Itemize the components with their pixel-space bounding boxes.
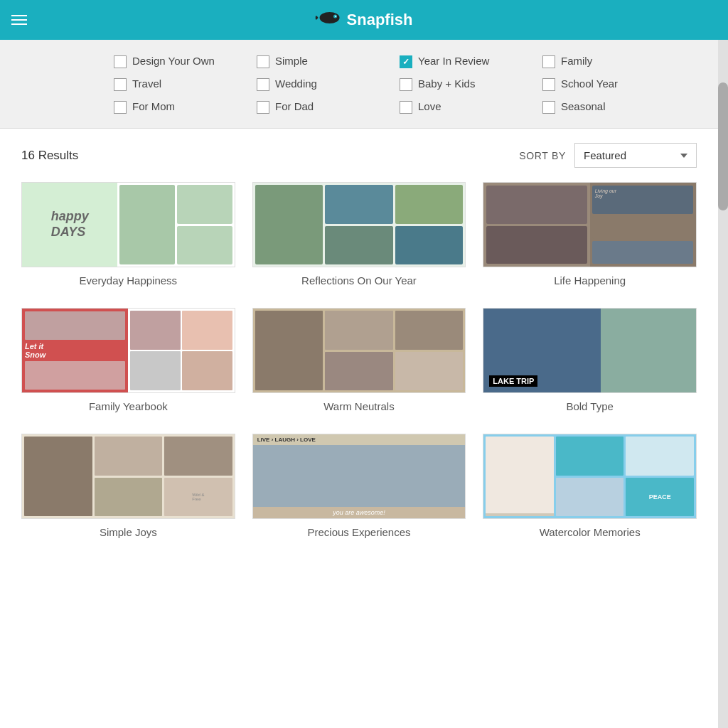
product-thumb-bold-type: LAKE TRIP (483, 308, 697, 393)
photo (25, 361, 125, 390)
checkbox-love[interactable] (400, 101, 412, 114)
filter-label-year-in-review: Year In Review (418, 54, 489, 68)
photo (95, 437, 163, 476)
photo (325, 352, 393, 391)
filter-label-school-year: School Year (561, 77, 618, 91)
checkbox-for-mom[interactable] (114, 101, 127, 114)
photo (253, 445, 466, 507)
photo (325, 226, 393, 265)
photo (626, 437, 694, 476)
product-thumb-simple-joys: Wild &Free (21, 434, 235, 519)
product-family-yearbook[interactable]: Let itSnow Family Yearbook (21, 308, 235, 412)
filter-label-seasonal: Seasonal (561, 100, 606, 114)
product-name-simple-joys: Simple Joys (100, 526, 157, 538)
photo (255, 311, 323, 390)
results-bar: 16 Results SORT BY FeaturedNewestPrice: … (21, 143, 697, 168)
photo (177, 226, 232, 265)
filter-travel[interactable]: Travel (114, 77, 257, 91)
product-name-reflections-on-our-year: Reflections On Our Year (301, 274, 417, 287)
filter-year-in-review[interactable]: Year In Review (400, 54, 542, 68)
product-everyday-happiness[interactable]: happyDAYS Everyday Happiness (21, 182, 235, 287)
app-header: Snapfish (0, 0, 728, 40)
filter-wedding[interactable]: Wedding (257, 77, 400, 91)
filter-label-simple: Simple (275, 54, 308, 68)
hamburger-menu[interactable] (11, 15, 27, 25)
checkbox-for-dad[interactable] (257, 101, 269, 114)
product-thumb-reflections-on-our-year (252, 182, 466, 267)
filter-school-year[interactable]: School Year (542, 77, 685, 91)
photo (395, 226, 464, 265)
filter-family[interactable]: Family (542, 54, 685, 68)
product-bold-type[interactable]: LAKE TRIP Bold Type (483, 308, 697, 412)
filter-label-travel: Travel (132, 77, 161, 91)
product-simple-joys[interactable]: Wild &Free Simple Joys (21, 434, 235, 538)
photo (164, 437, 232, 476)
checkbox-school-year[interactable] (542, 78, 555, 91)
life-text: Living ourJoy (595, 188, 690, 198)
lake-trip-text: LAKE TRIP (489, 375, 537, 387)
photo (182, 351, 232, 390)
live-laugh-love-text: LIVE › LAUGH › LOVE (253, 434, 466, 445)
results-count: 16 Results (21, 149, 78, 163)
product-life-happening[interactable]: Living ourJoy Life Happening (483, 182, 697, 287)
filter-label-design-your-own: Design Your Own (132, 54, 215, 68)
filter-baby-kids[interactable]: Baby + Kids (400, 77, 542, 91)
photo (592, 241, 693, 264)
filter-for-dad[interactable]: For Dad (257, 100, 400, 114)
photo (486, 437, 554, 516)
filter-design-your-own[interactable]: Design Your Own (114, 54, 257, 68)
photo-text (486, 513, 554, 516)
product-precious-experiences[interactable]: LIVE › LAUGH › LOVE you are awesome! Pre… (252, 434, 466, 538)
sort-select[interactable]: FeaturedNewestPrice: Low to HighPrice: H… (574, 143, 697, 168)
filter-label-baby-kids: Baby + Kids (418, 77, 475, 91)
photo (395, 352, 464, 391)
photo: Wild &Free (164, 478, 232, 517)
product-watercolor-memories[interactable]: PEACE Watercolor Memories (483, 434, 697, 538)
photo (601, 309, 696, 393)
filter-label-for-mom: For Mom (132, 100, 175, 114)
photo (395, 311, 464, 350)
happy-days-text: happyDAYS (51, 209, 89, 240)
scrollbar[interactable] (718, 40, 728, 728)
product-grid: happyDAYS Everyday Happiness Reflections… (21, 182, 697, 538)
photo (556, 478, 624, 517)
photo (119, 185, 175, 264)
photo (130, 351, 181, 390)
checkbox-baby-kids[interactable] (400, 78, 412, 91)
logo-text: Snapfish (347, 11, 413, 29)
product-thumb-precious-experiences: LIVE › LAUGH › LOVE you are awesome! (252, 434, 466, 519)
checkbox-year-in-review[interactable] (400, 55, 412, 68)
photo (182, 311, 232, 350)
filter-love[interactable]: Love (400, 100, 542, 114)
filter-seasonal[interactable]: Seasonal (542, 100, 685, 114)
checkbox-family[interactable] (542, 55, 555, 68)
checkbox-design-your-own[interactable] (114, 55, 127, 68)
sort-bar: SORT BY FeaturedNewestPrice: Low to High… (519, 143, 697, 168)
sort-label: SORT BY (519, 150, 566, 161)
scrollbar-thumb[interactable] (718, 82, 728, 210)
photo (24, 437, 92, 516)
product-name-life-happening: Life Happening (554, 274, 626, 287)
product-warm-neutrals[interactable]: Warm Neutrals (252, 308, 466, 412)
product-name-warm-neutrals: Warm Neutrals (323, 400, 394, 412)
filter-simple[interactable]: Simple (257, 54, 400, 68)
product-thumb-life-happening: Living ourJoy (483, 182, 697, 267)
photo (556, 437, 624, 476)
product-name-precious-experiences: Precious Experiences (307, 526, 410, 538)
main-content: 16 Results SORT BY FeaturedNewestPrice: … (0, 129, 718, 560)
filter-grid: Design Your Own Simple Year In Review Fa… (114, 54, 685, 114)
filter-for-mom[interactable]: For Mom (114, 100, 257, 114)
product-name-watercolor-memories: Watercolor Memories (540, 526, 641, 538)
photo (255, 185, 323, 264)
filter-label-for-dad: For Dad (275, 100, 314, 114)
checkbox-simple[interactable] (257, 55, 269, 68)
photo (395, 185, 464, 224)
checkbox-seasonal[interactable] (542, 101, 555, 114)
filter-label-love: Love (418, 100, 441, 114)
checkbox-travel[interactable] (114, 78, 127, 91)
checkbox-wedding[interactable] (257, 78, 269, 91)
fish-icon (316, 9, 341, 31)
product-reflections-on-our-year[interactable]: Reflections On Our Year (252, 182, 466, 287)
logo: Snapfish (316, 9, 413, 31)
svg-point-0 (320, 12, 340, 23)
